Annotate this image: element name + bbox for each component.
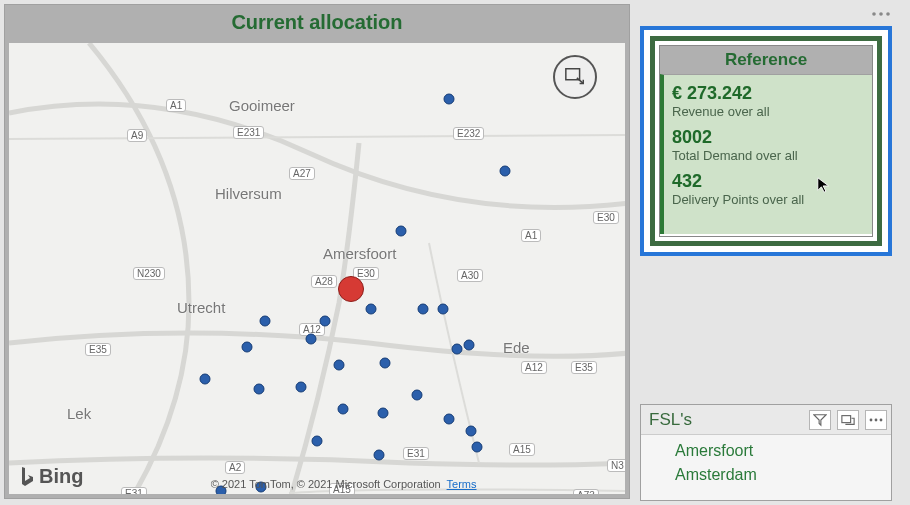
kpi-delivery-points: 432 Delivery Points over all — [672, 171, 864, 207]
map-marker[interactable] — [254, 384, 265, 395]
map-marker[interactable] — [312, 436, 323, 447]
road-shield: E35 — [571, 361, 597, 374]
road-shield: A30 — [457, 269, 483, 282]
map-body[interactable]: A1A9E231E232A27A1E30A28E30A30N230A12A12E… — [9, 43, 625, 494]
road-shield: A28 — [311, 275, 337, 288]
map-visual[interactable]: Current allocation A1A9E231E232A27A1E30A… — [4, 4, 630, 499]
bing-icon — [19, 466, 35, 488]
popout-icon — [841, 413, 855, 427]
city-label: Amersfoort — [323, 245, 396, 262]
map-marker[interactable] — [412, 390, 423, 401]
map-marker[interactable] — [320, 316, 331, 327]
road-shield: N3 — [607, 459, 625, 472]
map-marker[interactable] — [418, 304, 429, 315]
road-shield: N230 — [133, 267, 165, 280]
kpi-value: 8002 — [672, 127, 864, 148]
road-shield: A2 — [225, 461, 245, 474]
fsl-item[interactable]: Amsterdam — [675, 463, 891, 487]
city-label: Hilversum — [215, 185, 282, 202]
map-marker[interactable] — [334, 360, 345, 371]
more-options-button[interactable] — [865, 410, 887, 430]
svg-point-1 — [872, 12, 876, 16]
road-shield: E231 — [233, 126, 264, 139]
kpi-label: Total Demand over all — [672, 148, 864, 163]
kpi-label: Revenue over all — [672, 104, 864, 119]
road-shield: E31 — [403, 447, 429, 460]
svg-point-2 — [879, 12, 883, 16]
kpi-list: € 273.242 Revenue over all 8002 Total De… — [660, 74, 872, 234]
bing-logo: Bing — [19, 465, 83, 488]
map-marker[interactable] — [260, 316, 271, 327]
svg-point-6 — [875, 418, 878, 421]
fsl-title: FSL's — [649, 410, 692, 430]
focus-mode-button[interactable] — [553, 55, 597, 99]
road-shield: E35 — [85, 343, 111, 356]
fsl-header: FSL's — [641, 405, 891, 435]
kpi-demand: 8002 Total Demand over all — [672, 127, 864, 163]
map-marker[interactable] — [366, 304, 377, 315]
road-shield: A27 — [289, 167, 315, 180]
map-attribution: © 2021 TomTom, © 2021 Microsoft Corporat… — [211, 478, 477, 490]
map-marker[interactable] — [444, 414, 455, 425]
svg-point-5 — [870, 418, 873, 421]
filter-icon — [813, 413, 827, 427]
svg-rect-4 — [842, 415, 851, 422]
svg-point-7 — [880, 418, 883, 421]
map-marker[interactable] — [452, 344, 463, 355]
road-shield: A12 — [521, 361, 547, 374]
terms-link[interactable]: Terms — [447, 478, 477, 490]
map-marker[interactable] — [306, 334, 317, 345]
road-shield: A9 — [127, 129, 147, 142]
road-shield: A15 — [509, 443, 535, 456]
visual-options-button[interactable] — [866, 4, 896, 24]
attribution-text: © 2021 TomTom, © 2021 Microsoft Corporat… — [211, 478, 441, 490]
road-shield: E30 — [593, 211, 619, 224]
map-marker[interactable] — [374, 450, 385, 461]
city-label: Ede — [503, 339, 530, 356]
ellipsis-icon — [868, 417, 884, 423]
city-label: Lek — [67, 405, 91, 422]
reference-card[interactable]: Reference € 273.242 Revenue over all 800… — [640, 26, 892, 256]
kpi-label: Delivery Points over all — [672, 192, 864, 207]
map-marker[interactable] — [380, 358, 391, 369]
map-marker[interactable] — [466, 426, 477, 437]
map-marker[interactable] — [396, 226, 407, 237]
map-roads — [9, 43, 625, 494]
map-marker[interactable] — [464, 340, 475, 351]
map-marker[interactable] — [296, 382, 307, 393]
filter-button[interactable] — [809, 410, 831, 430]
map-marker[interactable] — [200, 374, 211, 385]
focus-icon — [564, 66, 586, 88]
map-title: Current allocation — [5, 5, 629, 40]
road-shield: A73 — [573, 489, 599, 494]
map-marker[interactable] — [242, 342, 253, 353]
map-marker[interactable] — [472, 442, 483, 453]
kpi-revenue: € 273.242 Revenue over all — [672, 83, 864, 119]
fsl-item[interactable]: Amersfoort — [675, 439, 891, 463]
reference-title: Reference — [660, 46, 872, 74]
svg-point-3 — [886, 12, 890, 16]
ellipsis-icon — [870, 10, 892, 18]
city-label: Utrecht — [177, 299, 225, 316]
city-label: Nijm — [599, 493, 625, 494]
kpi-value: € 273.242 — [672, 83, 864, 104]
fsl-card[interactable]: FSL's — [640, 404, 892, 501]
map-marker-hub[interactable] — [338, 276, 364, 302]
road-shield: A1 — [166, 99, 186, 112]
kpi-value: 432 — [672, 171, 864, 192]
map-marker[interactable] — [338, 404, 349, 415]
road-shield: E31 — [121, 487, 147, 494]
focus-button[interactable] — [837, 410, 859, 430]
bing-label: Bing — [39, 465, 83, 488]
road-shield: E232 — [453, 127, 484, 140]
map-marker[interactable] — [444, 94, 455, 105]
map-marker[interactable] — [438, 304, 449, 315]
map-marker[interactable] — [378, 408, 389, 419]
fsl-items: Amersfoort Amsterdam — [641, 435, 891, 491]
road-shield: A1 — [521, 229, 541, 242]
city-label: Gooimeer — [229, 97, 295, 114]
map-marker[interactable] — [500, 166, 511, 177]
